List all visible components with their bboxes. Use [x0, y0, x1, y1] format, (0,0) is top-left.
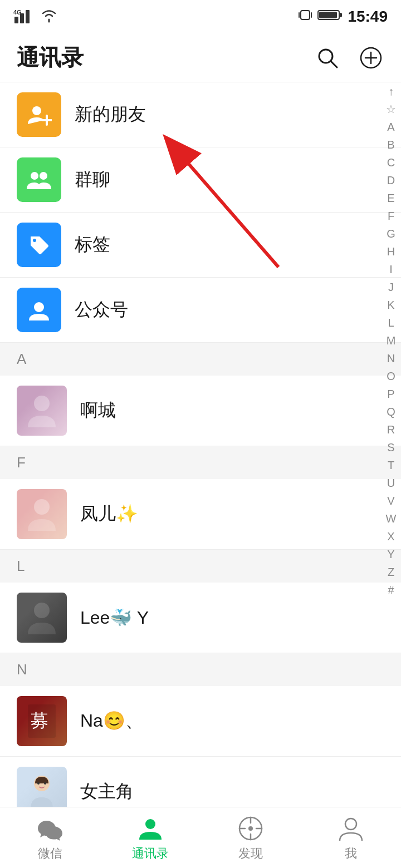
new-friends-icon [17, 92, 61, 137]
svg-point-22 [34, 396, 50, 411]
time-display: 15:49 [348, 8, 388, 26]
bottom-nav: 微信 通讯录 发现 [0, 807, 401, 868]
section-header-l: L [0, 550, 401, 583]
alpha-s[interactable]: S [381, 438, 401, 456]
discover-icon [236, 814, 265, 843]
nav-contacts[interactable]: 通讯录 [111, 814, 189, 862]
search-button[interactable] [314, 45, 341, 71]
contacts-icon [136, 814, 165, 843]
svg-point-35 [145, 819, 155, 829]
contact-feng-name: 凤儿✨ [80, 502, 138, 526]
contact-na[interactable]: 募 Na😊、 [0, 686, 401, 757]
page-title: 通讯录 [17, 42, 84, 73]
alpha-b[interactable]: B [381, 136, 401, 154]
svg-rect-4 [301, 11, 310, 19]
official-label: 公众号 [75, 298, 128, 322]
svg-point-28 [37, 782, 40, 785]
alpha-x[interactable]: X [381, 527, 401, 545]
svg-rect-5 [299, 12, 300, 18]
alpha-e[interactable]: E [381, 189, 401, 207]
status-bar: 4G 15:49 [0, 0, 401, 33]
battery-icon [317, 8, 343, 26]
signal-icon: 4G [13, 8, 36, 26]
avatar-lee [17, 593, 67, 643]
status-signal: 4G [13, 7, 58, 26]
vibrate-icon [297, 7, 313, 26]
svg-text:4G: 4G [13, 9, 22, 16]
svg-rect-2 [26, 10, 30, 23]
alpha-j[interactable]: J [381, 278, 401, 296]
svg-point-44 [345, 818, 356, 830]
svg-point-39 [248, 826, 253, 831]
alpha-r[interactable]: R [381, 421, 401, 438]
contact-na-name: Na😊、 [80, 709, 143, 733]
section-header-f: F [0, 446, 401, 479]
tag-item[interactable]: 标签 [0, 213, 401, 278]
alpha-hash[interactable]: # [381, 581, 401, 599]
alpha-q[interactable]: Q [381, 403, 401, 421]
svg-point-20 [33, 239, 36, 242]
nav-discover[interactable]: 发现 [212, 814, 290, 862]
alpha-y[interactable]: Y [381, 545, 401, 563]
alpha-top[interactable]: ↑ [381, 82, 401, 100]
status-right-group: 15:49 [297, 7, 388, 26]
alpha-n[interactable]: N [381, 349, 401, 367]
svg-point-15 [32, 106, 41, 115]
alpha-v[interactable]: V [381, 492, 401, 510]
contact-nvzhu-name: 女主角 [80, 780, 134, 804]
nav-me[interactable]: 我 [312, 814, 390, 862]
header-actions [314, 45, 384, 71]
alpha-m[interactable]: M [381, 332, 401, 349]
contact-lee-name: Lee🐳 Y [80, 607, 149, 628]
svg-rect-0 [14, 17, 18, 23]
alpha-c[interactable]: C [381, 154, 401, 171]
alpha-star[interactable]: ☆ [381, 100, 401, 118]
nav-weixin[interactable]: 微信 [11, 814, 89, 862]
alpha-a[interactable]: A [381, 118, 401, 136]
svg-point-23 [34, 499, 50, 515]
alpha-g[interactable]: G [381, 225, 401, 243]
me-icon [336, 814, 365, 843]
contact-list: 新的朋友 群聊 标签 公众号 A [0, 82, 401, 868]
avatar-acheng [17, 386, 67, 436]
group-chat-label: 群聊 [75, 167, 110, 192]
official-item[interactable]: 公众号 [0, 278, 401, 343]
svg-text:募: 募 [31, 711, 48, 731]
alpha-w[interactable]: W [381, 510, 401, 527]
alpha-k[interactable]: K [381, 296, 401, 314]
nav-discover-label: 发现 [238, 845, 263, 862]
alpha-f[interactable]: F [381, 207, 401, 225]
contact-lee[interactable]: Lee🐳 Y [0, 583, 401, 653]
alpha-d[interactable]: D [381, 171, 401, 189]
avatar-feng [17, 489, 67, 539]
section-header-a: A [0, 343, 401, 376]
contact-feng[interactable]: 凤儿✨ [0, 479, 401, 550]
svg-rect-9 [339, 13, 342, 17]
nav-me-label: 我 [345, 845, 357, 862]
avatar-na: 募 [17, 696, 67, 746]
alpha-i[interactable]: I [381, 260, 401, 278]
alpha-u[interactable]: U [381, 474, 401, 492]
svg-point-21 [34, 302, 44, 312]
wifi-icon [40, 7, 58, 26]
alpha-h[interactable]: H [381, 243, 401, 260]
svg-rect-8 [319, 12, 337, 18]
alpha-t[interactable]: T [381, 456, 401, 474]
svg-point-29 [44, 782, 46, 785]
official-icon [17, 288, 61, 332]
group-chat-item[interactable]: 群聊 [0, 147, 401, 213]
new-friends-item[interactable]: 新的朋友 [0, 82, 401, 147]
alpha-z[interactable]: Z [381, 563, 401, 581]
add-button[interactable] [358, 45, 384, 71]
alpha-o[interactable]: O [381, 367, 401, 385]
contact-acheng[interactable]: 啊城 [0, 376, 401, 446]
group-chat-icon [17, 157, 61, 202]
tag-icon [17, 223, 61, 267]
svg-rect-6 [311, 12, 312, 18]
section-header-n: N [0, 653, 401, 686]
svg-point-19 [40, 172, 47, 180]
alpha-l[interactable]: L [381, 314, 401, 332]
alpha-p[interactable]: P [381, 385, 401, 403]
contact-acheng-name: 啊城 [80, 398, 116, 423]
nav-weixin-label: 微信 [38, 845, 62, 862]
